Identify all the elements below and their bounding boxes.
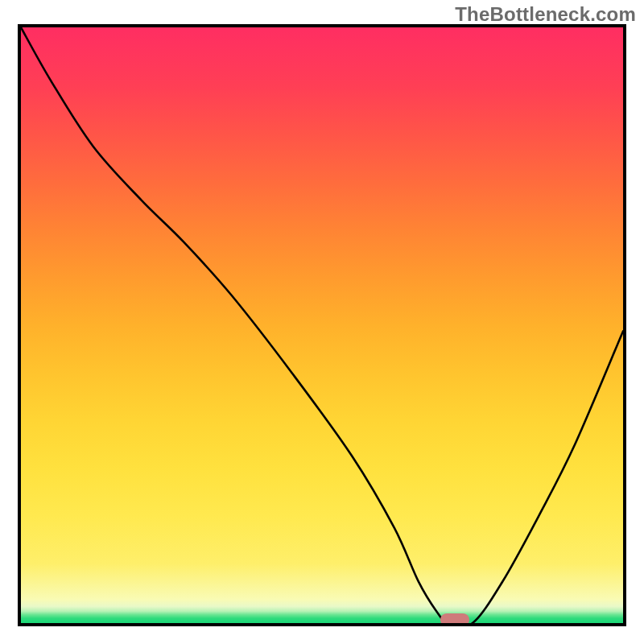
plot-area — [18, 24, 626, 626]
chart-frame: TheBottleneck.com — [0, 0, 644, 644]
optimal-marker — [440, 613, 469, 626]
bottleneck-curve — [21, 27, 623, 623]
watermark-text: TheBottleneck.com — [455, 3, 636, 26]
plot-inner — [21, 27, 623, 623]
